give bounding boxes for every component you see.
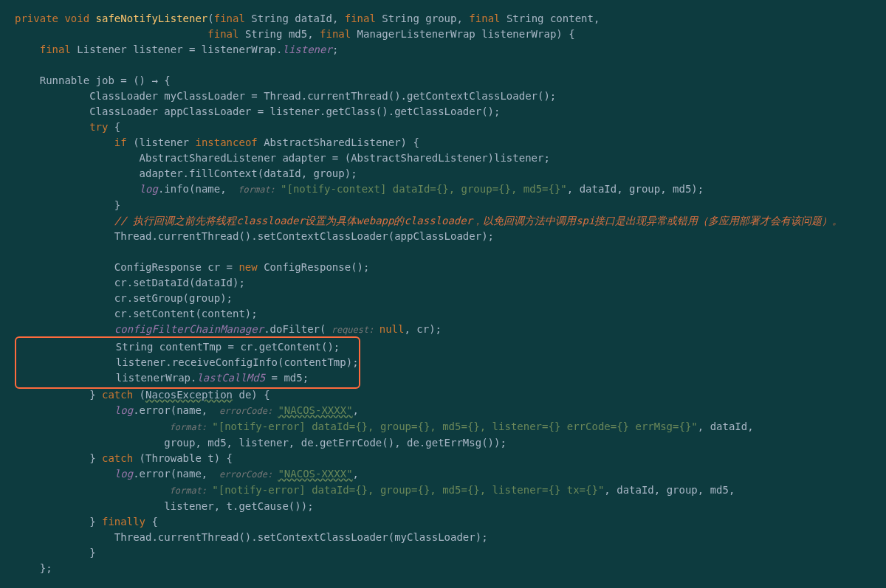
code-line: final Listener listener = listenerWrap.l…: [15, 42, 871, 58]
code-line: AbstractSharedListener adapter = (Abstra…: [15, 151, 871, 166]
code-line: [15, 244, 871, 260]
code-line: cr.setContent(content);: [15, 306, 871, 322]
code-line: ClassLoader myClassLoader = Thread.curre…: [15, 89, 871, 104]
code-line: private void safeNotifyListener(final St…: [15, 11, 871, 27]
code-line: listenerWrap.lastCallMd5 = md5;: [16, 370, 359, 386]
code-line: } catch (Throwable t) {: [15, 451, 871, 466]
code-line: group, md5, listener, de.getErrCode(), d…: [15, 435, 871, 451]
code-line: Thread.currentThread().setContextClassLo…: [15, 530, 871, 545]
highlighted-code-region: String contentTmp = cr.getContent(); lis…: [15, 336, 360, 389]
code-line: try {: [15, 120, 871, 135]
code-line: listener, t.getCause());: [15, 499, 871, 514]
code-line: log.info(name, format: "[notify-context]…: [15, 181, 871, 198]
code-line: }: [15, 545, 871, 561]
code-line: String contentTmp = cr.getContent();: [16, 339, 359, 355]
code-line: if (listener instanceof AbstractSharedLi…: [15, 135, 871, 151]
code-line: };: [15, 561, 871, 576]
code-line: log.error(name, errorCode: "NACOS-XXXX",: [15, 466, 871, 482]
code-line: configFilterChainManager.doFilter( reque…: [15, 322, 871, 338]
code-line: adapter.fillContext(dataId, group);: [15, 166, 871, 181]
code-line: ClassLoader appClassLoader = listener.ge…: [15, 104, 871, 120]
code-line: }: [15, 198, 871, 213]
code-line: format: "[notify-error] dataId={}, group…: [15, 419, 871, 435]
code-line: format: "[notify-error] dataId={}, group…: [15, 482, 871, 499]
code-line: Thread.currentThread().setContextClassLo…: [15, 229, 871, 244]
code-line: cr.setGroup(group);: [15, 291, 871, 306]
code-line: final String md5, final ManagerListenerW…: [15, 27, 871, 42]
code-line: Runnable job = () → {: [15, 73, 871, 89]
code-line: // 执行回调之前先将线程classloader设置为具体webapp的clas…: [15, 213, 871, 229]
code-line: cr.setDataId(dataId);: [15, 275, 871, 291]
code-line: listener.receiveConfigInfo(contentTmp);: [16, 355, 359, 370]
code-line: [15, 58, 871, 73]
code-line: log.error(name, errorCode: "NACOS-XXXX",: [15, 403, 871, 419]
code-editor[interactable]: private void safeNotifyListener(final St…: [15, 11, 871, 576]
code-line: } catch (NacosException de) {: [15, 387, 871, 403]
code-line: ConfigResponse cr = new ConfigResponse()…: [15, 260, 871, 275]
code-line: } finally {: [15, 514, 871, 530]
